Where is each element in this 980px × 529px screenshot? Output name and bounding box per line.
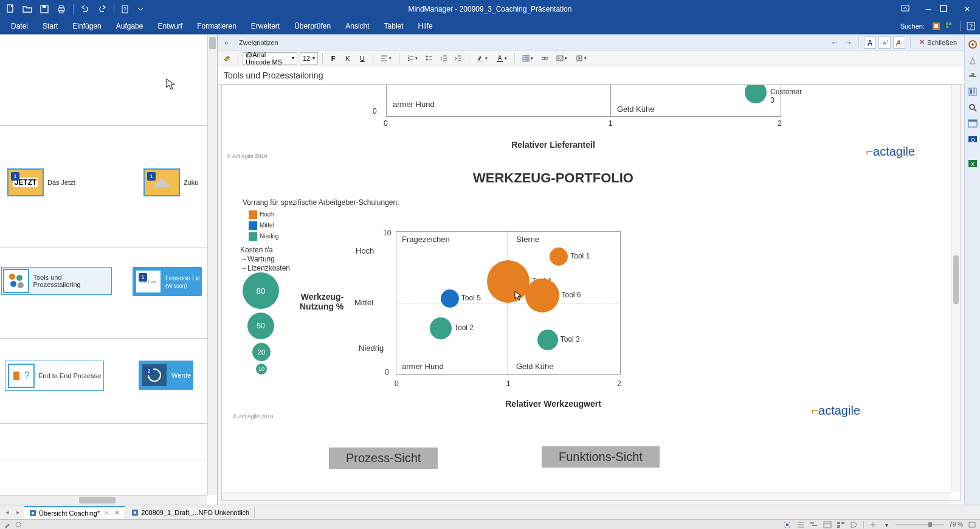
y-axis-title: Werkzeug- Nutzung % xyxy=(300,292,343,311)
tab-ueberpruefen[interactable]: Überprüfen xyxy=(287,18,338,34)
insert-image-button[interactable]: ▾ xyxy=(553,52,570,64)
help-icon[interactable]: ? xyxy=(965,21,976,32)
indent-button[interactable] xyxy=(452,52,464,64)
close-notes-button[interactable]: ✕ Schließen xyxy=(916,37,961,47)
svg-rect-63 xyxy=(812,525,817,526)
highlight-color-button[interactable]: ▾ xyxy=(474,52,491,64)
svg-point-29 xyxy=(426,55,428,57)
open-icon[interactable] xyxy=(22,4,33,15)
doc-tab-uebersicht[interactable]: Übersicht Coaching* ⇱ ✕ xyxy=(24,506,125,519)
map-node-zukunft[interactable]: 1 Zuku xyxy=(143,168,198,196)
font-color-button[interactable]: A▾ xyxy=(493,52,510,64)
map-hscroll[interactable] xyxy=(0,495,207,505)
tab-start[interactable]: Start xyxy=(35,18,65,34)
svg-rect-44 xyxy=(971,73,974,77)
doc-tab-draft[interactable]: 200809_1_Draft_...NFO Unkenntlich xyxy=(126,507,255,518)
tab-erweitert[interactable]: Erweitert xyxy=(244,18,287,34)
map-vscroll[interactable] xyxy=(207,35,217,495)
sidebar-search-icon[interactable] xyxy=(967,102,979,114)
fit-window-icon[interactable] xyxy=(968,521,976,528)
expand-level-icon[interactable]: ▾ xyxy=(882,521,891,528)
svg-rect-66 xyxy=(841,522,844,524)
italic-button[interactable]: K xyxy=(342,52,354,64)
align-button[interactable]: ▾ xyxy=(378,52,395,64)
ribbon-tabs: Datei Start Einfügen Aufgabe Entwurf For… xyxy=(0,18,980,34)
sidebar-browser-icon[interactable] xyxy=(967,117,979,130)
minimize-button[interactable]: ─ xyxy=(920,5,936,13)
tab-datei[interactable]: Datei xyxy=(4,18,35,34)
next-note-icon[interactable]: → xyxy=(843,37,854,48)
view-tag-icon[interactable] xyxy=(850,521,858,528)
format-painter-icon[interactable] xyxy=(221,52,233,64)
sidebar-task-icon[interactable] xyxy=(967,70,979,82)
save-icon[interactable] xyxy=(39,4,50,15)
collapse-notes-icon[interactable]: » xyxy=(221,38,231,47)
outdent-button[interactable] xyxy=(438,52,450,64)
font-family-combo[interactable]: @Arial Unicode MS▾ xyxy=(243,52,297,64)
sidebar-library-icon[interactable] xyxy=(967,86,979,98)
search-target-icon[interactable] xyxy=(931,21,942,32)
font-size-combo[interactable]: 12▾ xyxy=(300,52,318,64)
portfolio-subtitle: Vorrang für spezifische Arbeitgeber-Schu… xyxy=(243,198,399,207)
bold-button[interactable]: F xyxy=(327,52,339,64)
tab-einfuegen[interactable]: Einfügen xyxy=(65,18,108,34)
prev-note-icon[interactable]: ← xyxy=(829,37,840,48)
close-button[interactable]: ✕ xyxy=(959,5,975,13)
actagile-logo-upper: ⌐actagile xyxy=(866,145,915,159)
svg-text:?: ? xyxy=(123,6,126,12)
tab-entwurf[interactable]: Entwurf xyxy=(150,18,190,34)
tab-tablet[interactable]: Tablet xyxy=(377,18,411,34)
insert-object-button[interactable]: ▾ xyxy=(573,52,590,64)
redo-icon[interactable] xyxy=(97,4,108,15)
map-node-werde[interactable]: 2 Werde xyxy=(139,361,193,390)
map-node-tools-prozess[interactable]: Tools und Prozesstailoring xyxy=(1,267,112,295)
status-attach-icon[interactable] xyxy=(15,521,22,528)
qa-customize-icon[interactable] xyxy=(137,4,143,15)
tab-hilfe[interactable]: Hilfe xyxy=(411,18,440,34)
underline-button[interactable]: U xyxy=(356,52,368,64)
sidebar-marker-icon[interactable] xyxy=(967,54,979,66)
status-bar: ▾ 79 % xyxy=(0,519,980,529)
zoom-slider[interactable] xyxy=(895,522,944,528)
notes-content-area[interactable]: armer Hund Geld Kühe Customer 3 0 0 1 2 … xyxy=(221,85,961,501)
svg-text:?: ? xyxy=(969,23,973,30)
svg-point-17 xyxy=(9,274,15,280)
map-node-lessons-learned[interactable]: 1ons Lear Lessons Le(Wissen) xyxy=(133,267,202,296)
font-smaller-icon[interactable]: A xyxy=(878,36,891,49)
ribbon-collapse-icon[interactable] xyxy=(901,5,917,13)
notes-hscroll[interactable] xyxy=(222,492,951,500)
font-larger-icon[interactable]: A xyxy=(864,36,876,49)
highlight-pane-icon[interactable]: A xyxy=(893,36,905,49)
svg-rect-62 xyxy=(810,522,814,524)
svg-rect-71 xyxy=(969,522,975,527)
insert-table-button[interactable]: ▾ xyxy=(519,52,536,64)
insert-link-button[interactable] xyxy=(539,52,551,64)
notes-vscroll[interactable] xyxy=(951,85,960,492)
collapse-all-icon[interactable] xyxy=(869,521,877,528)
tab-scroll-left-icon[interactable]: ◂ xyxy=(2,508,12,517)
sidebar-outlook-icon[interactable]: O xyxy=(967,133,979,145)
svg-rect-21 xyxy=(13,372,19,380)
sidebar-excel-icon[interactable]: X xyxy=(967,157,979,170)
quick-filter-icon[interactable] xyxy=(944,21,955,32)
new-icon[interactable] xyxy=(5,4,16,15)
sidebar-map-icon[interactable] xyxy=(967,38,979,50)
view-schedule-icon[interactable] xyxy=(823,521,832,528)
map-node-das-jetzt[interactable]: 1JETZT Das Jetzt xyxy=(7,168,75,196)
help-dropdown-icon[interactable]: ? xyxy=(120,4,131,15)
view-gantt-icon[interactable] xyxy=(810,521,818,528)
numbered-list-button[interactable]: 12▾ xyxy=(404,52,421,64)
print-icon[interactable] xyxy=(56,4,67,15)
view-mindmap-icon[interactable] xyxy=(783,521,792,528)
tab-scroll-right-icon[interactable]: ▸ xyxy=(13,508,23,517)
tab-ansicht[interactable]: Ansicht xyxy=(338,18,376,34)
view-icon-icon[interactable] xyxy=(837,521,845,528)
tab-aufgabe[interactable]: Aufgabe xyxy=(109,18,151,34)
status-edit-icon[interactable] xyxy=(4,521,11,528)
view-outline-icon[interactable] xyxy=(796,521,805,528)
tab-formatieren[interactable]: Formatieren xyxy=(190,18,244,34)
map-node-e2e-prozesse[interactable]: ? End to End Prozesse xyxy=(5,361,104,391)
maximize-button[interactable] xyxy=(940,5,956,13)
bullet-list-button[interactable] xyxy=(423,52,435,64)
undo-icon[interactable] xyxy=(80,4,91,15)
